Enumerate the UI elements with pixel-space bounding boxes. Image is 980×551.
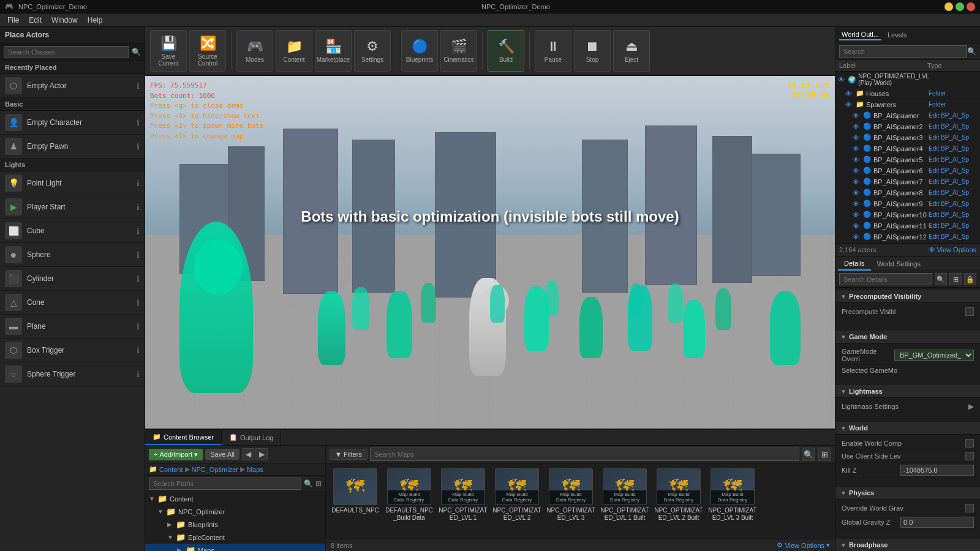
grid-view-icon[interactable]: ⊞ <box>818 448 831 461</box>
outliner-spawner-12-type[interactable]: Edit BP_AI_Sp <box>929 233 978 240</box>
minimize-button[interactable] <box>944 2 953 11</box>
outliner-spawners-folder[interactable]: 👁 📁 Spawners Folder <box>835 99 980 110</box>
viewport[interactable]: Bots with basic optimization (invisible … <box>145 76 835 429</box>
outliner-houses-folder[interactable]: 👁 📁 Houses Folder <box>835 88 980 99</box>
menu-help[interactable]: Help <box>83 15 108 26</box>
search-classes-input[interactable] <box>4 46 129 58</box>
world-search-icon[interactable]: 🔍 <box>967 47 976 56</box>
save-current-button[interactable]: 💾 Save Current <box>150 30 187 72</box>
outliner-spawner-6-type[interactable]: Edit BP_AI_Sp <box>929 167 978 174</box>
actor-info-box-trigger[interactable]: ℹ <box>137 346 140 355</box>
gamemode-override-select[interactable]: BP_GM_Optimized_L... <box>894 350 974 361</box>
category-recently-placed[interactable]: Recently Placed <box>0 61 145 74</box>
actor-item-empty-actor[interactable]: ⬡ Empty Actor ℹ <box>0 74 145 98</box>
outliner-spawner-3[interactable]: 👁 🔵 BP_AISpawner3 Edit BP_AI_Sp <box>835 132 980 143</box>
search-paths-input[interactable] <box>149 478 301 490</box>
details-search-input[interactable] <box>839 273 932 285</box>
outliner-spawner-7-type[interactable]: Edit BP_AI_Sp <box>929 178 978 185</box>
asset-item-lvl2[interactable]: 🗺 Map BuildData Registry NPC_OPTIMIZATED… <box>492 468 541 522</box>
actor-info-sphere-trigger[interactable]: ℹ <box>137 370 140 379</box>
folder-content[interactable]: ▼ 📁 Content <box>145 492 325 505</box>
folder-npc-optimizer[interactable]: ▼ 📁 NPC_Optimizer <box>145 505 325 518</box>
menu-file[interactable]: File <box>2 15 24 26</box>
section-precomputed-visibility[interactable]: ▼ Precomputed Visibility <box>835 290 980 303</box>
menu-edit[interactable]: Edit <box>24 15 47 26</box>
folder-options-icon[interactable]: ⊞ <box>315 479 322 488</box>
asset-item-lvl1[interactable]: 🗺 Map BuildData Registry NPC_OPTIMIZATED… <box>439 468 488 522</box>
outliner-spawner-7[interactable]: 👁 🔵 BP_AISpawner7 Edit BP_AI_Sp <box>835 176 980 187</box>
actor-info-empty-pawn[interactable]: ℹ <box>137 142 140 151</box>
settings-button[interactable]: ⚙ Settings <box>354 30 391 72</box>
content-browser-tab[interactable]: 📁 Content Browser <box>145 430 222 445</box>
build-button[interactable]: 🔨 Build <box>488 30 524 72</box>
nav-back-button[interactable]: ◀ <box>242 448 254 460</box>
cinematics-button[interactable]: 🎬 Cinematics <box>440 30 477 72</box>
maximize-button[interactable] <box>956 2 964 11</box>
layers-tab[interactable]: Levels <box>885 30 910 40</box>
outliner-spawner-6[interactable]: 👁 🔵 BP_AISpawner6 Edit BP_AI_Sp <box>835 165 980 176</box>
outliner-spawner-10[interactable]: 👁 🔵 BP_AISpawner10 Edit BP_AI_Sp <box>835 209 980 220</box>
actor-info-cone[interactable]: ℹ <box>137 298 140 307</box>
actor-item-cube[interactable]: ⬜ Cube ℹ <box>0 219 145 243</box>
actor-item-empty-character[interactable]: 👤 Empty Character ℹ <box>0 111 145 135</box>
path-npc-optimizer[interactable]: NPC_Optimizer <box>192 466 238 473</box>
outliner-spawner-8[interactable]: 👁 🔵 BP_AISpawner8 Edit BP_AI_Sp <box>835 187 980 198</box>
actor-item-cylinder[interactable]: ⬛ Cylinder ℹ <box>0 267 145 291</box>
section-world[interactable]: ▼ World <box>835 422 980 435</box>
actor-info-cylinder[interactable]: ℹ <box>137 274 140 283</box>
outliner-spawner-10-type[interactable]: Edit BP_AI_Sp <box>929 211 978 218</box>
outliner-spawner-12[interactable]: 👁 🔵 BP_AISpawner12 Edit BP_AI_Sp <box>835 231 980 242</box>
add-import-button[interactable]: + Add/Import ▾ <box>149 449 203 460</box>
details-lock-icon[interactable]: 🔒 <box>964 273 976 285</box>
search-icon[interactable]: 🔍 <box>132 48 141 56</box>
actor-info-sphere[interactable]: ℹ <box>137 250 140 260</box>
category-lights[interactable]: Lights <box>0 159 145 171</box>
section-lightmass[interactable]: ▼ Lightmass <box>835 385 980 398</box>
outliner-spawner-1[interactable]: 👁 🔵 BP_AISpawner Edit BP_AI_Sp <box>835 110 980 121</box>
outliner-spawner-9-type[interactable]: Edit BP_AI_Sp <box>929 200 978 207</box>
outliner-spawner-11[interactable]: 👁 🔵 BP_AISpawner11 Edit BP_AI_Sp <box>835 220 980 231</box>
actor-info-empty-character[interactable]: ℹ <box>137 118 140 127</box>
blueprints-button[interactable]: 🔵 Blueprints <box>401 30 438 72</box>
actor-item-box-trigger[interactable]: ⬡ Box Trigger ℹ <box>0 339 145 362</box>
details-tab[interactable]: Details <box>838 257 871 271</box>
eject-button[interactable]: ⏏ Eject <box>613 30 650 72</box>
menu-window[interactable]: Window <box>47 15 83 26</box>
precompute-visibl-checkbox[interactable] <box>965 307 974 316</box>
prop-lightmass-settings[interactable]: Lightmass Settings ▶ <box>839 400 976 413</box>
outliner-spawner-2-type[interactable]: Edit BP_AI_Sp <box>929 123 978 130</box>
folder-maps[interactable]: ▶ 📁 Maps <box>145 544 325 551</box>
outliner-spawner-4-type[interactable]: Edit BP_AI_Sp <box>929 145 978 152</box>
world-outliner-tab[interactable]: World Outl... <box>839 29 881 40</box>
actor-info-point-light[interactable]: ℹ <box>137 179 140 188</box>
actor-info-empty-actor[interactable]: ℹ <box>137 81 140 91</box>
kill-z-input[interactable] <box>900 465 974 476</box>
nav-forward-button[interactable]: ▶ <box>255 448 268 460</box>
search-maps-icon[interactable]: 🔍 <box>802 448 815 461</box>
output-log-tab[interactable]: 📋 Output Log <box>222 430 281 445</box>
override-gravity-checkbox[interactable] <box>965 504 974 512</box>
view-options-outliner-button[interactable]: 👁 View Options <box>929 246 976 253</box>
marketplace-button[interactable]: 🏪 Marketplace <box>315 30 352 72</box>
category-basic[interactable]: Basic <box>0 98 145 111</box>
close-button[interactable] <box>967 2 975 11</box>
path-content[interactable]: Content <box>159 466 183 473</box>
outliner-spawner-5[interactable]: 👁 🔵 BP_AISpawner5 Edit BP_AI_Sp <box>835 154 980 165</box>
search-maps-input[interactable] <box>370 448 799 461</box>
content-button[interactable]: 📁 Content <box>276 30 312 72</box>
outliner-root-item[interactable]: 👁 🌍 NPC_OPTIMIZATED_LVL (Play World) <box>835 72 980 88</box>
asset-item-defaults-npc[interactable]: 🗺 DEFAULTS_NPC <box>331 468 380 522</box>
global-gravity-z-input[interactable] <box>900 517 974 528</box>
actor-item-sphere[interactable]: ● Sphere ℹ <box>0 243 145 267</box>
stop-button[interactable]: ⏹ Stop <box>574 30 611 72</box>
outliner-spawner-5-type[interactable]: Edit BP_AI_Sp <box>929 156 978 163</box>
actor-item-empty-pawn[interactable]: ♟ Empty Pawn ℹ <box>0 135 145 159</box>
asset-item-lvl2-built[interactable]: 🗺 Map BuildData Registry NPC_OPTIMIZATED… <box>654 468 703 522</box>
world-search-input[interactable] <box>839 45 967 58</box>
world-settings-tab[interactable]: World Settings <box>871 257 927 271</box>
section-physics[interactable]: ▼ Physics <box>835 487 980 500</box>
pause-button[interactable]: ⏸ Pause <box>535 30 571 72</box>
outliner-spawner-9[interactable]: 👁 🔵 BP_AISpawner9 Edit BP_AI_Sp <box>835 198 980 209</box>
actor-item-player-start[interactable]: ▶ Player Start ℹ <box>0 195 145 219</box>
actor-item-sphere-trigger[interactable]: ○ Sphere Trigger ℹ <box>0 362 145 386</box>
